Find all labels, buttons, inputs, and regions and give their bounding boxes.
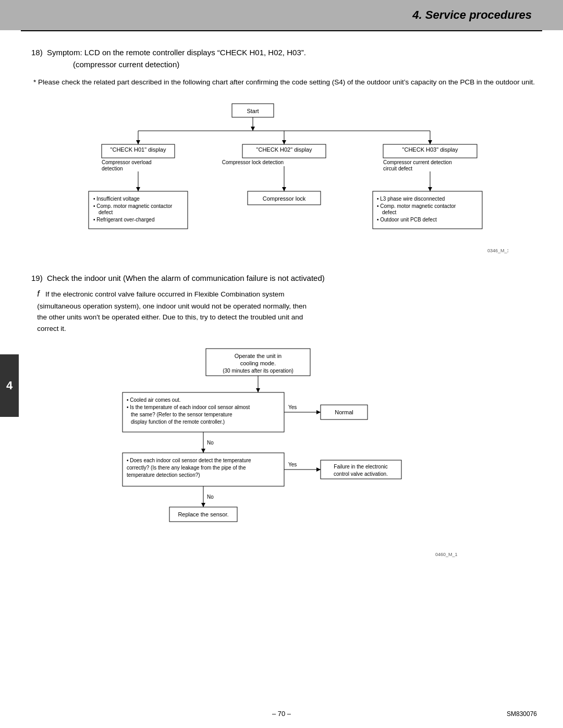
svg-text:"CHECK H01" display: "CHECK H01" display — [111, 146, 166, 153]
svg-text:• Cooled air comes out.: • Cooled air comes out. — [127, 397, 181, 403]
flowchart2-wrapper: Operate the unit in cooling mode. (30 mi… — [31, 343, 537, 562]
side-tab: 4 — [0, 354, 19, 417]
svg-text:• Comp. motor magnetic contact: • Comp. motor magnetic contactor — [377, 203, 456, 209]
svg-text:Compressor lock detection: Compressor lock detection — [222, 159, 284, 165]
svg-marker-8 — [282, 140, 286, 144]
svg-marker-3 — [251, 127, 255, 131]
svg-text:• Refrigerant over-charged: • Refrigerant over-charged — [93, 217, 154, 223]
svg-text:No: No — [207, 494, 214, 500]
svg-marker-21 — [282, 187, 286, 191]
svg-text:0346_M_1: 0346_M_1 — [487, 248, 508, 253]
svg-text:Failure in the electronic: Failure in the electronic — [334, 464, 387, 470]
svg-text:"CHECK H02" display: "CHECK H02" display — [256, 146, 312, 153]
svg-text:"CHECK H03" display: "CHECK H03" display — [402, 146, 458, 153]
svg-text:• Is the temperature of each i: • Is the temperature of each indoor coil… — [127, 404, 250, 410]
svg-text:Yes: Yes — [288, 404, 297, 410]
svg-marker-58 — [201, 449, 205, 453]
svg-text:• Outdoor unit PCB defect: • Outdoor unit PCB defect — [377, 217, 437, 223]
footer: – 70 – — [0, 710, 563, 718]
svg-marker-16 — [136, 187, 140, 191]
svg-marker-27 — [428, 187, 432, 191]
section19-title: 19) Check the indoor unit (When the alar… — [31, 273, 537, 285]
svg-text:correctly? (Is there any leaka: correctly? (Is there any leakage from th… — [127, 465, 246, 471]
svg-text:Replace the sensor.: Replace the sensor. — [178, 511, 228, 517]
svg-text:Compressor current detection: Compressor current detection — [383, 159, 452, 165]
section18-title: 18) Symptom: LCD on the remote controlle… — [31, 47, 537, 70]
svg-text:defect: defect — [99, 209, 113, 215]
section18-note: * Please check the related part describe… — [31, 77, 537, 88]
flowchart1-wrapper: Start "CHECK H01" display Compressor ove… — [31, 98, 537, 260]
section19-body: f If the electronic control valve failur… — [31, 287, 537, 334]
svg-text:Start: Start — [247, 108, 259, 114]
svg-marker-65 — [316, 467, 321, 472]
svg-text:cooling mode.: cooling mode. — [240, 360, 276, 366]
svg-marker-46 — [256, 388, 260, 392]
svg-text:Operate the unit in: Operate the unit in — [235, 353, 282, 359]
italic-f: f — [37, 289, 39, 298]
svg-text:detection: detection — [102, 166, 123, 171]
svg-text:Yes: Yes — [288, 462, 297, 467]
svg-text:the same? (Refer to the sensor: the same? (Refer to the sensor temperatu… — [131, 412, 232, 417]
side-tab-number: 4 — [6, 379, 13, 392]
svg-text:(30 minutes after its operatio: (30 minutes after its operation) — [223, 368, 293, 374]
svg-text:defect: defect — [382, 209, 396, 215]
svg-text:display function of the remote: display function of the remote controlle… — [131, 419, 225, 425]
flowchart1-svg: Start "CHECK H01" display Compressor ove… — [60, 98, 508, 260]
svg-marker-53 — [316, 410, 321, 414]
header-bar: 4. Service procedures — [0, 0, 563, 30]
svg-text:• Insufficient voltage: • Insufficient voltage — [93, 196, 140, 202]
svg-text:Compressor overload: Compressor overload — [102, 159, 152, 165]
footer-ref: SM830076 — [507, 710, 537, 718]
svg-marker-71 — [201, 503, 205, 507]
svg-text:Compressor lock: Compressor lock — [263, 195, 306, 202]
svg-text:• Does each indoor coil sensor: • Does each indoor coil sensor detect th… — [127, 458, 251, 463]
main-content: 18) Symptom: LCD on the remote controlle… — [0, 31, 563, 596]
svg-text:temperature detection section?: temperature detection section?) — [127, 472, 200, 478]
svg-text:control valve activation.: control valve activation. — [334, 471, 388, 477]
svg-marker-6 — [136, 140, 140, 144]
svg-text:Normal: Normal — [335, 409, 353, 415]
page-number: – 70 – — [272, 710, 291, 718]
svg-text:0460_M_1: 0460_M_1 — [435, 552, 458, 557]
svg-text:• Comp. motor magnetic contact: • Comp. motor magnetic contactor — [93, 203, 173, 209]
svg-marker-10 — [428, 140, 432, 144]
svg-text:No: No — [207, 440, 214, 446]
page-title: 4. Service procedures — [412, 8, 532, 22]
svg-text:• L3 phase wire disconnected: • L3 phase wire disconnected — [377, 196, 445, 202]
flowchart2-svg: Operate the unit in cooling mode. (30 mi… — [81, 343, 487, 562]
svg-text:circuit defect: circuit defect — [383, 166, 412, 171]
